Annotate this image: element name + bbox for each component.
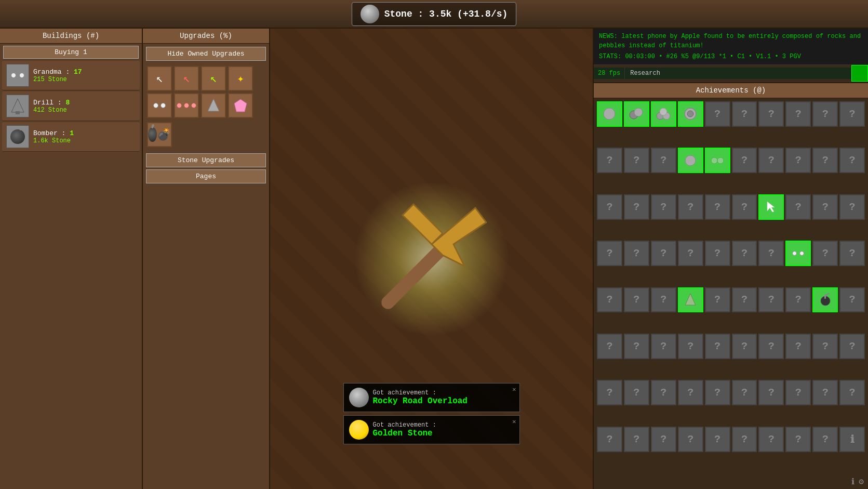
achievement-cell-64[interactable]: ? — [705, 380, 730, 405]
achievement-cell-57[interactable]: ? — [785, 334, 811, 359]
pickaxe-container[interactable] — [359, 186, 504, 332]
achievement-cell-10[interactable]: ? — [597, 148, 622, 173]
achievement-cell-26[interactable] — [758, 194, 784, 220]
achievement-cell-15[interactable]: ? — [732, 148, 757, 173]
achievement-cell-78[interactable]: ? — [812, 427, 838, 452]
upgrade-drill-grey[interactable] — [201, 93, 226, 118]
achievement-cell-43[interactable] — [678, 287, 703, 313]
upgrade-pink-gem[interactable] — [228, 93, 253, 118]
achievement-cell-7[interactable]: ? — [785, 101, 811, 127]
achievement-cell-51[interactable]: ? — [624, 334, 649, 359]
building-bomber[interactable]: Bomber : 1 1.6k Stone — [2, 122, 140, 152]
building-grandma[interactable]: Grandma : 17 215 Stone — [2, 61, 140, 90]
achievement-cell-76[interactable]: ? — [758, 427, 784, 452]
achievement-cell-55[interactable]: ? — [732, 334, 757, 359]
achievement-cell-45[interactable]: ? — [732, 287, 757, 313]
achievement-cell-28[interactable]: ? — [812, 194, 838, 220]
achievement-cell-12[interactable]: ? — [651, 148, 676, 173]
achievement-cell-66[interactable]: ? — [758, 380, 784, 405]
achievement-cell-47[interactable]: ? — [785, 287, 811, 313]
achievement-cell-18[interactable]: ? — [812, 148, 838, 173]
achievement-cell-14[interactable] — [705, 148, 730, 173]
achievement-cell-13[interactable] — [678, 148, 703, 173]
achievement-cell-58[interactable]: ? — [812, 334, 838, 359]
achievement-cell-56[interactable]: ? — [758, 334, 784, 359]
achievement-cell-19[interactable]: ? — [839, 148, 865, 173]
achievement-cell-6[interactable]: ? — [758, 101, 784, 127]
achievement-cell-42[interactable]: ? — [651, 287, 676, 313]
pickaxe[interactable] — [359, 186, 504, 332]
achievement-cell-79[interactable]: ℹ — [839, 427, 865, 452]
achievement-cell-50[interactable]: ? — [597, 334, 622, 359]
achievement-cell-34[interactable]: ? — [705, 241, 730, 266]
achievement-cell-36[interactable]: ? — [758, 241, 784, 266]
achievement-cell-70[interactable]: ? — [597, 427, 622, 452]
achievement-cell-3[interactable] — [678, 101, 703, 127]
achievement-cell-25[interactable]: ? — [732, 194, 757, 220]
achievement-cell-20[interactable]: ? — [597, 194, 622, 220]
achievement-cell-75[interactable]: ? — [732, 427, 757, 452]
achievement-cell-33[interactable]: ? — [678, 241, 703, 266]
achievement-cell-21[interactable]: ? — [624, 194, 649, 220]
research-area[interactable]: Research — [625, 68, 851, 79]
achievement-cell-65[interactable]: ? — [732, 380, 757, 405]
settings-icon[interactable]: ⚙ — [859, 477, 864, 487]
achievement-cell-40[interactable]: ? — [597, 287, 622, 313]
achievement-cell-29[interactable]: ? — [839, 194, 865, 220]
achievement-cell-63[interactable]: ? — [678, 380, 703, 405]
achievement-cell-62[interactable]: ? — [651, 380, 676, 405]
achievement-cell-54[interactable]: ? — [705, 334, 730, 359]
upgrade-grandma-eyes[interactable] — [147, 93, 172, 118]
achievement-cell-53[interactable]: ? — [678, 334, 703, 359]
achievement-cell-27[interactable]: ? — [785, 194, 811, 220]
achievement-cell-23[interactable]: ? — [678, 194, 703, 220]
notif-golden-close[interactable]: ✕ — [512, 418, 516, 426]
achievement-cell-41[interactable]: ? — [624, 287, 649, 313]
buying-button[interactable]: Buying 1 — [3, 46, 139, 59]
achievement-cell-31[interactable]: ? — [624, 241, 649, 266]
achievement-cell-74[interactable]: ? — [705, 427, 730, 452]
upgrade-bomb[interactable] — [147, 122, 172, 147]
achievement-cell-4[interactable]: ? — [705, 101, 730, 127]
stone-upgrades-button[interactable]: Stone Upgrades — [146, 153, 266, 167]
achievement-cell-39[interactable]: ? — [839, 241, 865, 266]
achievement-cell-71[interactable]: ? — [624, 427, 649, 452]
pages-button[interactable]: Pages — [146, 169, 266, 183]
achievement-cell-32[interactable]: ? — [651, 241, 676, 266]
notif-rocky-close[interactable]: ✕ — [512, 386, 516, 393]
achievement-cell-22[interactable]: ? — [651, 194, 676, 220]
achievement-cell-72[interactable]: ? — [651, 427, 676, 452]
achievement-cell-77[interactable]: ? — [785, 427, 811, 452]
upgrade-cursor-red[interactable] — [174, 66, 199, 91]
achievement-cell-24[interactable]: ? — [705, 194, 730, 220]
achievement-cell-37[interactable] — [785, 241, 811, 266]
upgrade-grandma-pink[interactable] — [174, 93, 199, 118]
achievement-cell-69[interactable]: ? — [839, 380, 865, 405]
upgrade-cursor-yg[interactable] — [201, 66, 226, 91]
upgrade-cursor-gold[interactable] — [228, 66, 253, 91]
achievement-cell-67[interactable]: ? — [785, 380, 811, 405]
achievement-cell-5[interactable]: ? — [732, 101, 757, 127]
achievement-cell-68[interactable]: ? — [812, 380, 838, 405]
game-area[interactable]: Got achievement : Rocky Road Overload ✕ … — [270, 29, 593, 489]
building-drill[interactable]: Drill : 8 412 Stone — [2, 91, 140, 121]
green-square-button[interactable] — [851, 65, 868, 82]
achievement-cell-35[interactable]: ? — [732, 241, 757, 266]
info-icon[interactable]: ℹ — [851, 477, 854, 487]
achievement-cell-17[interactable]: ? — [785, 148, 811, 173]
achievement-cell-8[interactable]: ? — [812, 101, 838, 127]
achievement-cell-38[interactable]: ? — [812, 241, 838, 266]
achievement-cell-46[interactable]: ? — [758, 287, 784, 313]
achievement-cell-0[interactable] — [597, 101, 622, 127]
achievement-cell-49[interactable]: ? — [839, 287, 865, 313]
achievement-cell-2[interactable] — [651, 101, 676, 127]
achievement-cell-11[interactable]: ? — [624, 148, 649, 173]
achievement-cell-60[interactable]: ? — [597, 380, 622, 405]
achievement-cell-59[interactable]: ? — [839, 334, 865, 359]
hide-owned-button[interactable]: Hide Owned Upgrades — [146, 47, 266, 61]
achievement-cell-9[interactable]: ? — [839, 101, 865, 127]
achievement-cell-52[interactable]: ? — [651, 334, 676, 359]
achievement-cell-48[interactable] — [812, 287, 838, 313]
achievement-cell-30[interactable]: ? — [597, 241, 622, 266]
achievement-cell-1[interactable] — [624, 101, 649, 127]
